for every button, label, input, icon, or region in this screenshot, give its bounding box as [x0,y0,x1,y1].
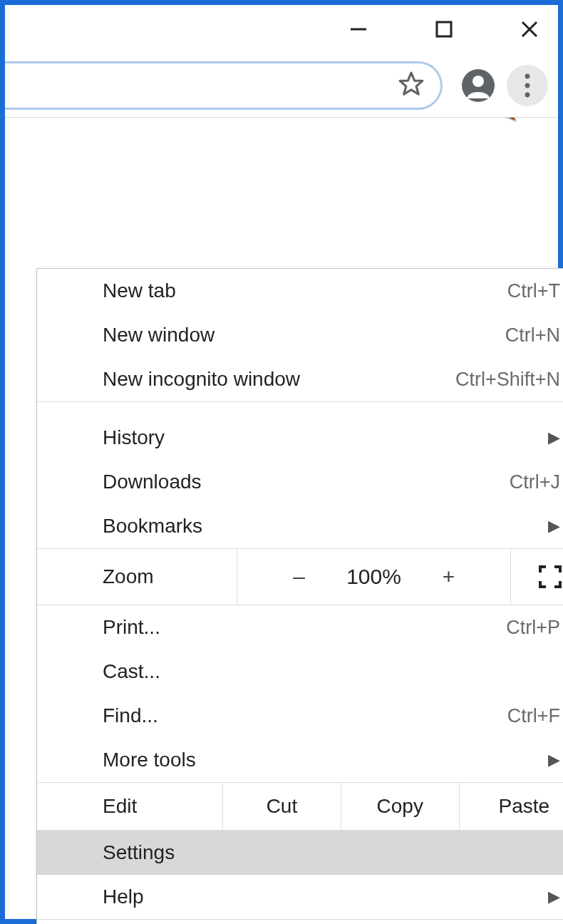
menu-label: New incognito window [103,368,455,391]
menu-label: Cast... [103,660,560,683]
svg-rect-1 [437,22,451,36]
menu-label: Zoom [37,565,237,588]
chrome-menu-button[interactable] [507,65,548,106]
maximize-button[interactable] [423,8,465,51]
menu-downloads[interactable]: Downloads Ctrl+J [37,460,563,504]
menu-edit-row: Edit Cut Copy Paste [37,782,563,831]
menu-shortcut: Ctrl+Shift+N [455,369,560,391]
profile-button[interactable] [460,67,497,104]
edit-copy-button[interactable]: Copy [341,783,459,830]
menu-find[interactable]: Find... Ctrl+F [37,694,563,738]
menu-label: Bookmarks [103,515,548,538]
zoom-out-button[interactable]: – [285,565,314,589]
menu-new-window[interactable]: New window Ctrl+N [37,313,563,357]
submenu-arrow-icon: ▶ [548,428,560,447]
menu-shortcut: Ctrl+P [506,617,560,639]
svg-point-7 [525,73,530,78]
menu-shortcut: Ctrl+T [507,280,560,302]
edit-cut-button[interactable]: Cut [222,783,341,830]
window-controls [5,5,558,53]
submenu-arrow-icon: ▶ [548,888,560,906]
menu-help[interactable]: Help ▶ [37,875,563,919]
menu-label: Find... [103,704,507,727]
menu-label: Edit [37,783,222,830]
zoom-in-button[interactable]: + [435,565,463,589]
menu-label: Print... [103,616,506,639]
menu-cast[interactable]: Cast... [37,650,563,694]
menu-shortcut: Ctrl+J [510,471,560,493]
menu-new-tab[interactable]: New tab Ctrl+T [37,269,563,313]
bookmark-star-icon[interactable] [398,71,425,101]
svg-point-9 [525,92,530,97]
menu-label: Help [103,885,548,908]
menu-zoom-row: Zoom – 100% + [37,548,563,605]
menu-label: History [103,426,548,449]
svg-marker-4 [400,73,423,94]
chrome-menu-dropdown: New tab Ctrl+T New window Ctrl+N New inc… [36,268,563,924]
zoom-level: 100% [342,565,406,589]
menu-print[interactable]: Print... Ctrl+P [37,605,563,650]
menu-label: Settings [103,841,560,864]
address-bar[interactable] [5,61,443,110]
close-button[interactable] [508,8,551,51]
menu-label: New window [103,324,505,346]
edit-paste-button[interactable]: Paste [459,783,563,830]
menu-shortcut: Ctrl+F [507,705,560,727]
menu-more-tools[interactable]: More tools ▶ [37,738,563,782]
menu-incognito[interactable]: New incognito window Ctrl+Shift+N [37,357,563,401]
browser-toolbar [5,53,558,118]
menu-label: Downloads [103,471,510,493]
svg-point-8 [525,83,530,88]
svg-point-6 [472,76,484,87]
menu-label: New tab [103,279,507,302]
menu-history[interactable]: History ▶ [37,416,563,460]
menu-settings[interactable]: Settings [37,831,563,875]
menu-label: More tools [103,749,548,771]
menu-bookmarks[interactable]: Bookmarks ▶ [37,504,563,548]
browser-window: PC risk.com New tab Ctrl+T New window Ct… [0,0,563,924]
submenu-arrow-icon: ▶ [548,517,560,535]
fullscreen-button[interactable] [510,549,563,605]
submenu-arrow-icon: ▶ [548,751,560,769]
menu-shortcut: Ctrl+N [505,324,560,346]
minimize-button[interactable] [337,8,380,51]
